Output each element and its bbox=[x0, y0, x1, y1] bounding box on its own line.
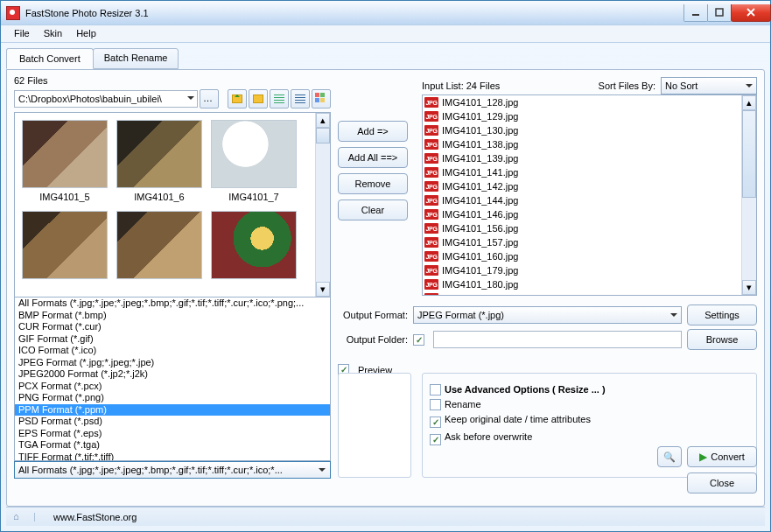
sort-combo[interactable]: No Sort bbox=[661, 77, 757, 94]
details-icon bbox=[295, 94, 305, 103]
tabs: Batch Convert Batch Rename bbox=[1, 43, 770, 69]
overwrite-label: Ask before overwrite bbox=[445, 431, 532, 442]
list-item[interactable]: JPGIMG4101_129.jpg bbox=[423, 109, 741, 123]
format-option[interactable]: BMP Format (*.bmp) bbox=[15, 310, 330, 322]
list-item[interactable]: JPGIMG4101_139.jpg bbox=[423, 151, 741, 165]
add-all-button[interactable]: Add All ==> bbox=[338, 147, 408, 168]
file-name: IMG4101_180.jpg bbox=[442, 279, 518, 290]
list-item[interactable]: JPGIMG4101_146.jpg bbox=[423, 207, 741, 221]
format-option[interactable]: TGA Format (*.tga) bbox=[15, 439, 330, 452]
thumb-image bbox=[22, 120, 108, 188]
view-thumbs-button[interactable] bbox=[312, 89, 331, 108]
preview-magnify-button[interactable]: 🔍 bbox=[657, 446, 682, 467]
advanced-checkbox[interactable] bbox=[430, 384, 441, 396]
format-option[interactable]: PSD Format (*.psd) bbox=[15, 416, 330, 428]
scroll-down-icon[interactable]: ▾ bbox=[316, 282, 330, 297]
format-option[interactable]: CUR Format (*.cur) bbox=[15, 321, 330, 333]
list-item[interactable]: JPGIMG4101_130.jpg bbox=[423, 123, 741, 137]
thumbnail-grid[interactable]: IMG4101_5 IMG4101_6 IMG4101_7 bbox=[15, 113, 315, 297]
remove-button[interactable]: Remove bbox=[338, 173, 408, 194]
filelist-scrollbar[interactable]: ▴ ▾ bbox=[741, 95, 756, 295]
thumbnail-item[interactable] bbox=[116, 211, 202, 283]
menu-help[interactable]: Help bbox=[70, 27, 102, 40]
statusbar: ⌂ www.FastStone.org bbox=[6, 507, 765, 526]
convert-button[interactable]: ▶Convert bbox=[687, 446, 757, 467]
close-button[interactable] bbox=[731, 4, 771, 22]
thumbnail-item[interactable]: IMG4101_5 bbox=[22, 120, 108, 202]
output-format-label: Output Format: bbox=[338, 310, 408, 320]
browse-folder-button[interactable]: … bbox=[200, 89, 219, 108]
scroll-up-icon[interactable]: ▴ bbox=[742, 95, 756, 110]
format-option[interactable]: EPS Format (*.eps) bbox=[15, 428, 330, 440]
rename-checkbox[interactable] bbox=[430, 399, 441, 410]
list-item[interactable]: JPGIMG4101_138.jpg bbox=[423, 137, 741, 151]
clear-button[interactable]: Clear bbox=[338, 200, 408, 220]
format-filter-combo[interactable]: All Formats (*.jpg;*.jpe;*.jpeg;*.bmp;*.… bbox=[14, 461, 331, 479]
list-item[interactable]: JPGIMG4101_128.jpg bbox=[423, 95, 741, 109]
browse-button[interactable]: Browse bbox=[687, 329, 757, 350]
input-file-list[interactable]: JPGIMG4101_128.jpgJPGIMG4101_129.jpgJPGI… bbox=[422, 94, 757, 296]
thumbnail-item[interactable] bbox=[211, 211, 297, 283]
thumbs-icon bbox=[315, 93, 327, 105]
add-button[interactable]: Add => bbox=[338, 121, 408, 142]
thumbs-scrollbar[interactable]: ▴ ▾ bbox=[315, 113, 330, 297]
settings-button[interactable]: Settings bbox=[687, 304, 757, 326]
jpg-icon: JPG bbox=[424, 251, 438, 262]
menu-skin[interactable]: Skin bbox=[38, 27, 68, 40]
thumbnail-item[interactable]: IMG4101_7 bbox=[211, 120, 297, 202]
jpg-icon: JPG bbox=[424, 153, 438, 164]
maximize-button[interactable] bbox=[707, 4, 732, 22]
output-folder-checkbox[interactable] bbox=[413, 334, 424, 346]
close-button-panel[interactable]: Close bbox=[687, 472, 757, 494]
format-option[interactable]: ICO Format (*.ico) bbox=[15, 345, 330, 357]
jpg-icon: JPG bbox=[424, 181, 438, 192]
format-option[interactable]: All Formats (*.jpg;*.jpe;*.jpeg;*.bmp;*.… bbox=[15, 298, 330, 310]
format-option[interactable]: PPM Format (*.ppm) bbox=[15, 404, 330, 416]
keepdate-checkbox[interactable] bbox=[430, 416, 441, 428]
thumbnail-item[interactable]: IMG4101_6 bbox=[116, 120, 202, 202]
input-list-label: Input List: 24 Files bbox=[422, 80, 500, 91]
list-item[interactable]: JPGIMG4101_179.jpg bbox=[423, 263, 741, 277]
scroll-thumb[interactable] bbox=[316, 128, 330, 144]
list-item[interactable]: JPGIMG4101_160.jpg bbox=[423, 249, 741, 263]
list-item[interactable]: JPGIMG4101_142.jpg bbox=[423, 179, 741, 193]
format-option[interactable]: GIF Format (*.gif) bbox=[15, 333, 330, 346]
folder-up-button[interactable] bbox=[228, 89, 247, 108]
jpg-icon: JPG bbox=[424, 167, 438, 178]
output-folder-input[interactable] bbox=[433, 331, 682, 348]
scroll-up-icon[interactable]: ▴ bbox=[316, 113, 330, 128]
thumb-image bbox=[116, 120, 202, 188]
output-format-combo[interactable]: JPEG Format (*.jpg) bbox=[413, 306, 682, 324]
list-item[interactable]: JPGIMG4101_144.jpg bbox=[423, 193, 741, 207]
format-option[interactable]: JPEG Format (*.jpg;*.jpeg;*.jpe) bbox=[15, 357, 330, 369]
tab-batch-rename[interactable]: Batch Rename bbox=[93, 48, 179, 69]
list-item[interactable]: JPGIMG4101_193.jpg bbox=[423, 291, 741, 295]
scroll-thumb[interactable] bbox=[742, 110, 756, 198]
thumbnail-item[interactable] bbox=[22, 211, 108, 283]
format-option[interactable]: JPEG2000 Format (*.jp2;*.j2k) bbox=[15, 368, 330, 381]
view-list-button[interactable] bbox=[270, 89, 289, 108]
home-icon[interactable]: ⌂ bbox=[13, 511, 25, 523]
format-option[interactable]: TIFF Format (*.tif;*.tiff) bbox=[15, 452, 330, 462]
titlebar[interactable]: FastStone Photo Resizer 3.1 bbox=[1, 1, 770, 25]
jpg-icon: JPG bbox=[424, 265, 438, 276]
path-combo[interactable]: C:\Dropbox\Photos\babuin_ubilei\ bbox=[14, 90, 198, 108]
overwrite-checkbox[interactable] bbox=[430, 434, 441, 445]
menu-file[interactable]: File bbox=[8, 27, 36, 40]
format-dropdown-list[interactable]: All Formats (*.jpg;*.jpe;*.jpeg;*.bmp;*.… bbox=[14, 298, 331, 461]
minimize-button[interactable] bbox=[683, 4, 708, 22]
list-item[interactable]: JPGIMG4101_156.jpg bbox=[423, 221, 741, 235]
format-option[interactable]: PCX Format (*.pcx) bbox=[15, 381, 330, 393]
list-item[interactable]: JPGIMG4101_180.jpg bbox=[423, 277, 741, 291]
tab-batch-convert[interactable]: Batch Convert bbox=[6, 48, 94, 69]
format-option[interactable]: PNG Format (*.png) bbox=[15, 392, 330, 404]
list-item[interactable]: JPGIMG4101_157.jpg bbox=[423, 235, 741, 249]
website-link[interactable]: www.FastStone.org bbox=[53, 512, 137, 522]
separator bbox=[34, 513, 48, 522]
refresh-button[interactable] bbox=[249, 89, 268, 108]
list-item[interactable]: JPGIMG4101_141.jpg bbox=[423, 165, 741, 179]
list-icon bbox=[274, 94, 284, 103]
view-details-button[interactable] bbox=[291, 89, 310, 108]
jpg-icon: JPG bbox=[424, 125, 438, 136]
scroll-down-icon[interactable]: ▾ bbox=[742, 280, 756, 295]
